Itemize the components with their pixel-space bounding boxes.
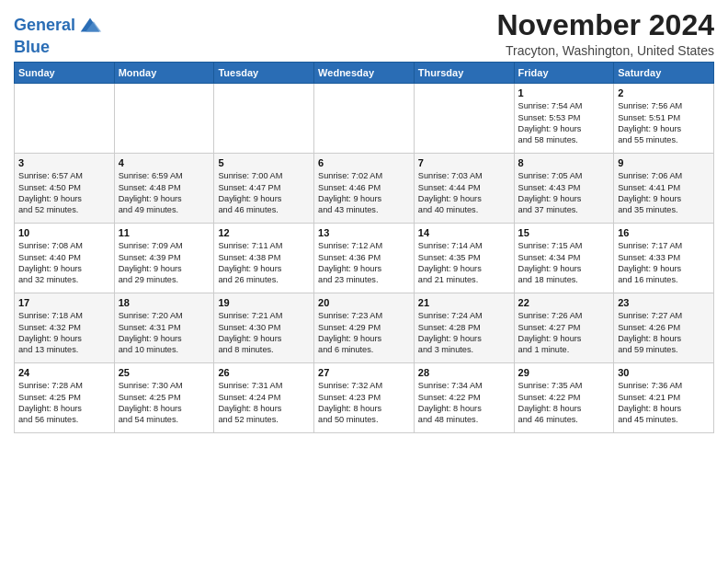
title-block: November 2024 Tracyton, Washington, Unit…	[496, 9, 714, 58]
day-info: Sunrise: 7:21 AM Sunset: 4:30 PM Dayligh…	[218, 310, 310, 356]
calendar-cell: 20Sunrise: 7:23 AM Sunset: 4:29 PM Dayli…	[314, 293, 415, 363]
calendar-cell: 9Sunrise: 7:06 AM Sunset: 4:41 PM Daylig…	[614, 154, 714, 224]
calendar-cell	[214, 84, 314, 154]
calendar-cell: 30Sunrise: 7:36 AM Sunset: 4:21 PM Dayli…	[614, 363, 714, 433]
day-number: 6	[318, 157, 410, 168]
day-info: Sunrise: 7:00 AM Sunset: 4:47 PM Dayligh…	[218, 170, 310, 216]
day-info: Sunrise: 7:02 AM Sunset: 4:46 PM Dayligh…	[318, 170, 410, 216]
header-row: SundayMondayTuesdayWednesdayThursdayFrid…	[15, 63, 714, 84]
calendar-cell: 12Sunrise: 7:11 AM Sunset: 4:38 PM Dayli…	[214, 224, 314, 293]
day-header-tuesday: Tuesday	[214, 63, 314, 84]
day-number: 14	[418, 227, 510, 238]
calendar-cell	[314, 84, 415, 154]
day-header-monday: Monday	[114, 63, 214, 84]
day-number: 10	[18, 227, 110, 238]
day-number: 23	[618, 297, 710, 308]
day-info: Sunrise: 7:23 AM Sunset: 4:29 PM Dayligh…	[318, 310, 410, 356]
calendar-cell: 3Sunrise: 6:57 AM Sunset: 4:50 PM Daylig…	[15, 154, 115, 224]
calendar-cell: 16Sunrise: 7:17 AM Sunset: 4:33 PM Dayli…	[614, 224, 714, 293]
day-header-saturday: Saturday	[614, 63, 714, 84]
logo-text: General	[14, 17, 75, 35]
day-number: 27	[318, 367, 410, 378]
day-number: 12	[218, 227, 310, 238]
calendar-cell: 28Sunrise: 7:34 AM Sunset: 4:22 PM Dayli…	[414, 363, 514, 433]
calendar-cell: 7Sunrise: 7:03 AM Sunset: 4:44 PM Daylig…	[414, 154, 514, 224]
calendar-cell	[114, 84, 214, 154]
day-info: Sunrise: 6:57 AM Sunset: 4:50 PM Dayligh…	[18, 170, 110, 216]
day-info: Sunrise: 7:32 AM Sunset: 4:23 PM Dayligh…	[318, 380, 410, 426]
calendar-cell: 6Sunrise: 7:02 AM Sunset: 4:46 PM Daylig…	[314, 154, 415, 224]
day-info: Sunrise: 7:35 AM Sunset: 4:22 PM Dayligh…	[518, 380, 610, 426]
calendar-cell: 29Sunrise: 7:35 AM Sunset: 4:22 PM Dayli…	[514, 363, 614, 433]
day-info: Sunrise: 7:14 AM Sunset: 4:35 PM Dayligh…	[418, 240, 510, 286]
day-info: Sunrise: 7:11 AM Sunset: 4:38 PM Dayligh…	[218, 240, 310, 286]
day-info: Sunrise: 7:24 AM Sunset: 4:28 PM Dayligh…	[418, 310, 510, 356]
day-number: 15	[518, 227, 610, 238]
day-info: Sunrise: 7:36 AM Sunset: 4:21 PM Dayligh…	[618, 380, 710, 426]
day-number: 4	[119, 157, 210, 168]
calendar-cell: 22Sunrise: 7:26 AM Sunset: 4:27 PM Dayli…	[514, 293, 614, 363]
calendar-cell: 14Sunrise: 7:14 AM Sunset: 4:35 PM Dayli…	[414, 224, 514, 293]
calendar-cell: 26Sunrise: 7:31 AM Sunset: 4:24 PM Dayli…	[214, 363, 314, 433]
calendar-cell: 17Sunrise: 7:18 AM Sunset: 4:32 PM Dayli…	[15, 293, 115, 363]
day-number: 19	[218, 297, 310, 308]
day-number: 5	[218, 157, 310, 168]
day-header-friday: Friday	[514, 63, 614, 84]
day-info: Sunrise: 7:15 AM Sunset: 4:34 PM Dayligh…	[518, 240, 610, 286]
calendar-cell: 1Sunrise: 7:54 AM Sunset: 5:53 PM Daylig…	[514, 84, 614, 154]
logo-blue: Blue	[14, 39, 103, 57]
day-info: Sunrise: 7:20 AM Sunset: 4:31 PM Dayligh…	[119, 310, 210, 356]
day-number: 7	[418, 157, 510, 168]
day-number: 22	[518, 297, 610, 308]
day-header-sunday: Sunday	[15, 63, 115, 84]
day-info: Sunrise: 7:31 AM Sunset: 4:24 PM Dayligh…	[218, 380, 310, 426]
day-number: 17	[18, 297, 110, 308]
calendar-cell: 10Sunrise: 7:08 AM Sunset: 4:40 PM Dayli…	[15, 224, 115, 293]
location: Tracyton, Washington, United States	[496, 43, 714, 58]
header: General Blue November 2024 Tracyton, Was…	[14, 9, 714, 58]
calendar-body: 1Sunrise: 7:54 AM Sunset: 5:53 PM Daylig…	[15, 84, 714, 433]
calendar-cell: 19Sunrise: 7:21 AM Sunset: 4:30 PM Dayli…	[214, 293, 314, 363]
day-info: Sunrise: 7:56 AM Sunset: 5:51 PM Dayligh…	[618, 100, 710, 146]
calendar-cell: 2Sunrise: 7:56 AM Sunset: 5:51 PM Daylig…	[614, 84, 714, 154]
calendar-cell: 27Sunrise: 7:32 AM Sunset: 4:23 PM Dayli…	[314, 363, 415, 433]
day-info: Sunrise: 7:27 AM Sunset: 4:26 PM Dayligh…	[618, 310, 710, 356]
week-row-2: 3Sunrise: 6:57 AM Sunset: 4:50 PM Daylig…	[15, 154, 714, 224]
calendar-cell: 18Sunrise: 7:20 AM Sunset: 4:31 PM Dayli…	[114, 293, 214, 363]
day-number: 30	[618, 367, 710, 378]
day-header-wednesday: Wednesday	[314, 63, 415, 84]
calendar-cell: 13Sunrise: 7:12 AM Sunset: 4:36 PM Dayli…	[314, 224, 415, 293]
day-info: Sunrise: 7:34 AM Sunset: 4:22 PM Dayligh…	[418, 380, 510, 426]
calendar-cell	[414, 84, 514, 154]
day-number: 3	[18, 157, 110, 168]
calendar-cell: 15Sunrise: 7:15 AM Sunset: 4:34 PM Dayli…	[514, 224, 614, 293]
day-number: 8	[518, 157, 610, 168]
day-number: 9	[618, 157, 710, 168]
day-number: 18	[119, 297, 210, 308]
day-number: 26	[218, 367, 310, 378]
day-number: 16	[618, 227, 710, 238]
month-title: November 2024	[496, 9, 714, 41]
day-info: Sunrise: 7:03 AM Sunset: 4:44 PM Dayligh…	[418, 170, 510, 216]
page-container: General Blue November 2024 Tracyton, Was…	[0, 0, 728, 438]
day-info: Sunrise: 7:30 AM Sunset: 4:25 PM Dayligh…	[119, 380, 210, 426]
week-row-1: 1Sunrise: 7:54 AM Sunset: 5:53 PM Daylig…	[15, 84, 714, 154]
calendar-cell: 23Sunrise: 7:27 AM Sunset: 4:26 PM Dayli…	[614, 293, 714, 363]
calendar-cell	[15, 84, 115, 154]
day-number: 21	[418, 297, 510, 308]
day-info: Sunrise: 7:09 AM Sunset: 4:39 PM Dayligh…	[119, 240, 210, 286]
week-row-5: 24Sunrise: 7:28 AM Sunset: 4:25 PM Dayli…	[15, 363, 714, 433]
day-number: 2	[618, 87, 710, 98]
day-header-thursday: Thursday	[414, 63, 514, 84]
day-number: 28	[418, 367, 510, 378]
day-info: Sunrise: 6:59 AM Sunset: 4:48 PM Dayligh…	[119, 170, 210, 216]
day-number: 11	[119, 227, 210, 238]
day-info: Sunrise: 7:17 AM Sunset: 4:33 PM Dayligh…	[618, 240, 710, 286]
day-number: 25	[119, 367, 210, 378]
logo: General Blue	[14, 13, 103, 57]
day-info: Sunrise: 7:18 AM Sunset: 4:32 PM Dayligh…	[18, 310, 110, 356]
calendar-cell: 5Sunrise: 7:00 AM Sunset: 4:47 PM Daylig…	[214, 154, 314, 224]
calendar-cell: 24Sunrise: 7:28 AM Sunset: 4:25 PM Dayli…	[15, 363, 115, 433]
logo-icon	[77, 13, 103, 39]
calendar-header: SundayMondayTuesdayWednesdayThursdayFrid…	[15, 63, 714, 84]
